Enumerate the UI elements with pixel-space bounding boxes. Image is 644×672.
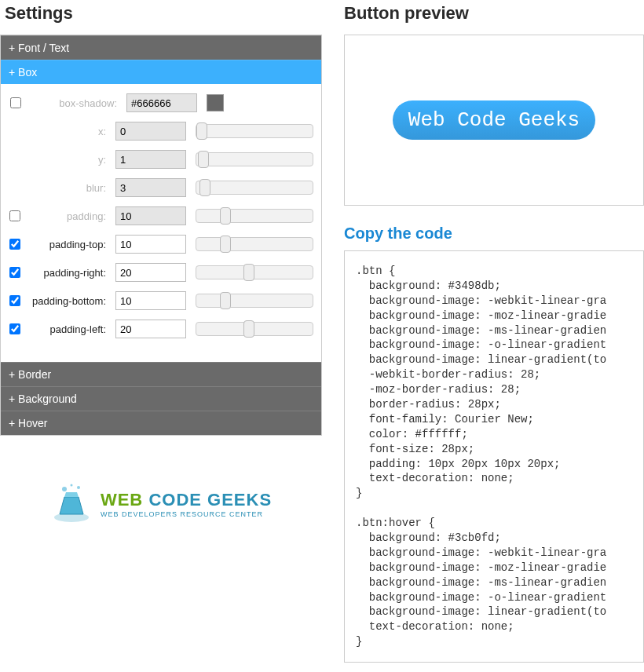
accordion-background[interactable]: + Background (1, 386, 321, 411)
box-panel: box-shadow: x: y: (1, 84, 321, 362)
box-shadow-label: box-shadow: (27, 97, 122, 109)
padding-bottom-slider[interactable] (196, 294, 313, 308)
padding-right-row: padding-right: (9, 263, 313, 282)
padding-top-slider[interactable] (196, 237, 313, 251)
accordion-font[interactable]: + Font / Text (1, 35, 321, 60)
y-input[interactable] (115, 150, 186, 169)
blur-row: blur: (9, 178, 313, 197)
padding-slider[interactable] (196, 209, 313, 223)
padding-left-slider[interactable] (196, 322, 313, 336)
padding-right-label: padding-right: (26, 267, 111, 279)
x-row: x: (9, 122, 313, 141)
accordion-hover[interactable]: + Hover (1, 411, 321, 435)
x-input[interactable] (115, 122, 186, 141)
padding-checkbox[interactable] (9, 210, 20, 221)
padding-bottom-checkbox[interactable] (9, 295, 20, 306)
padding-bottom-label: padding-bottom: (26, 295, 111, 307)
blur-label: blur: (26, 182, 111, 194)
settings-accordion: + Font / Text + Box box-shadow: x: (0, 35, 322, 436)
accordion-border[interactable]: + Border (1, 362, 321, 386)
blur-slider[interactable] (196, 181, 313, 195)
padding-left-input[interactable] (115, 320, 186, 338)
padding-top-label: padding-top: (26, 239, 111, 250)
box-shadow-input[interactable] (126, 93, 197, 112)
preview-box: Web Code Geeks (344, 35, 644, 206)
accordion-box[interactable]: + Box (1, 60, 321, 84)
x-slider[interactable] (196, 124, 313, 138)
y-row: y: (9, 150, 313, 169)
padding-top-input[interactable] (115, 235, 186, 254)
logo-main-text: WEB CODE GEEKS (101, 490, 272, 510)
blur-input[interactable] (115, 178, 186, 197)
settings-heading: Settings (5, 3, 322, 24)
box-shadow-swatch[interactable] (207, 94, 224, 111)
code-text: .btn { background: #3498db; background-i… (356, 264, 632, 649)
logo-sub-text: WEB DEVELOPERS RESOURCE CENTER (101, 510, 272, 518)
svg-point-2 (77, 486, 80, 489)
padding-row: padding: (9, 206, 313, 225)
padding-left-row: padding-left: (9, 320, 313, 338)
padding-top-checkbox[interactable] (9, 239, 20, 250)
svg-point-1 (62, 487, 67, 491)
brand-logo: WEB CODE GEEKS WEB DEVELOPERS RESOURCE C… (0, 483, 322, 528)
preview-heading: Button preview (344, 3, 644, 24)
padding-left-label: padding-left: (26, 323, 111, 335)
x-label: x: (26, 126, 111, 137)
padding-bottom-row: padding-bottom: (9, 291, 313, 310)
padding-top-row: padding-top: (9, 235, 313, 254)
logo-icon (50, 483, 93, 525)
code-output[interactable]: .btn { background: #3498db; background-i… (344, 250, 644, 663)
padding-right-slider[interactable] (196, 265, 313, 279)
box-shadow-row: box-shadow: (9, 93, 313, 112)
padding-label: padding: (26, 210, 111, 222)
padding-right-input[interactable] (115, 263, 186, 282)
padding-left-checkbox[interactable] (9, 323, 20, 334)
preview-button[interactable]: Web Code Geeks (393, 100, 595, 140)
padding-bottom-input[interactable] (115, 291, 186, 310)
box-shadow-checkbox[interactable] (10, 97, 21, 108)
svg-point-3 (70, 484, 72, 487)
copy-code-heading: Copy the code (344, 225, 644, 243)
y-label: y: (26, 154, 111, 166)
padding-right-checkbox[interactable] (9, 267, 20, 278)
y-slider[interactable] (196, 152, 313, 166)
padding-input[interactable] (115, 206, 186, 225)
